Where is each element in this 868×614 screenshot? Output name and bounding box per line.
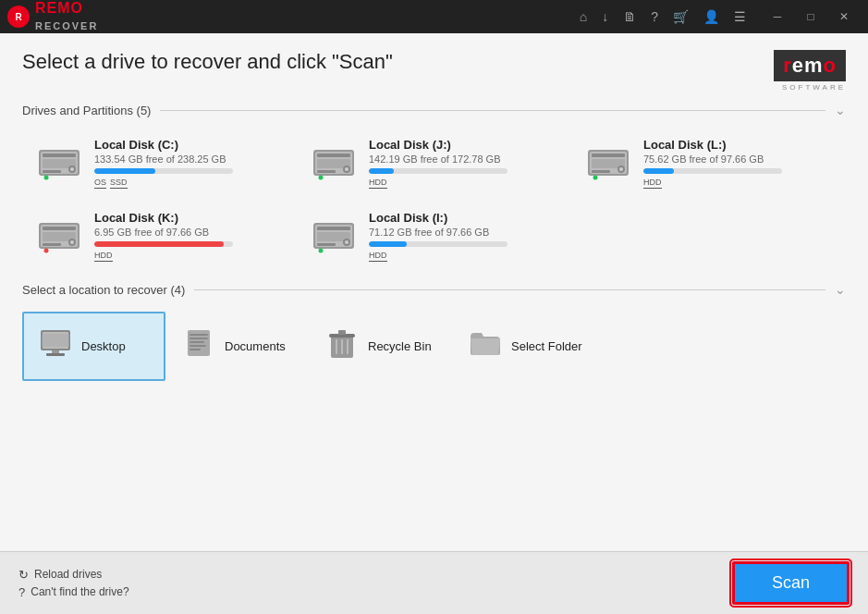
- drive-tag: HDD: [643, 178, 662, 189]
- svg-point-13: [345, 167, 348, 171]
- desktop-icon: [39, 328, 72, 358]
- drive-item[interactable]: Local Disk (L:) 75.62 GB free of 97.66 G…: [571, 127, 846, 200]
- drive-icon: [310, 142, 358, 181]
- drives-section-header: Drives and Partitions (5) ⌄: [0, 103, 868, 127]
- location-item[interactable]: Desktop: [22, 312, 165, 381]
- documents-icon: [182, 328, 215, 358]
- drive-tag: SSD: [110, 178, 128, 189]
- svg-rect-26: [43, 227, 76, 230]
- reload-drives-link[interactable]: ↻ Reload drives: [18, 568, 129, 582]
- location-item[interactable]: Select Folder: [452, 312, 599, 381]
- drive-size: 6.95 GB free of 97.66 GB: [94, 227, 284, 238]
- svg-rect-2: [43, 154, 76, 157]
- location-name: Documents: [225, 339, 286, 353]
- svg-rect-38: [317, 243, 336, 246]
- drive-progress-bar: [369, 241, 507, 247]
- location-item[interactable]: Recycle Bin: [309, 312, 452, 381]
- location-name: Desktop: [81, 339, 126, 353]
- drive-item[interactable]: Local Disk (J:) 142.19 GB free of 172.78…: [297, 127, 571, 200]
- titlebar: R REMO RECOVER ⌂ ↓ 🗎 ? 🛒 👤 ☰ ─ □ ✕: [0, 0, 868, 33]
- svg-rect-22: [592, 170, 610, 173]
- drive-progress-bar: [643, 168, 782, 174]
- drive-name: Local Disk (I:): [369, 211, 558, 225]
- drive-bar-fill: [643, 168, 674, 174]
- drive-bar-fill: [369, 168, 394, 174]
- drive-size: 75.62 GB free of 97.66 GB: [643, 154, 833, 165]
- question-icon: ?: [18, 585, 25, 599]
- drive-progress-bar: [369, 168, 507, 174]
- svg-rect-43: [46, 353, 65, 356]
- close-button[interactable]: ✕: [827, 0, 861, 33]
- drive-bar-fill: [94, 168, 155, 174]
- svg-rect-44: [42, 334, 69, 347]
- location-name: Recycle Bin: [368, 339, 432, 353]
- drive-size: 71.12 GB free of 97.66 GB: [369, 227, 558, 238]
- svg-rect-14: [317, 170, 336, 173]
- drive-icon-wrap: [310, 215, 358, 258]
- drive-item[interactable]: Local Disk (C:) 133.54 GB free of 238.25…: [22, 127, 297, 200]
- svg-rect-46: [189, 334, 208, 336]
- logo-icon: R: [7, 6, 30, 28]
- page-title: Select a drive to recover and click "Sca…: [22, 50, 393, 74]
- home-icon[interactable]: ⌂: [580, 9, 587, 24]
- location-icon-wrap: [39, 328, 72, 364]
- scan-button[interactable]: Scan: [732, 561, 850, 605]
- drive-item[interactable]: Local Disk (I:) 71.12 GB free of 97.66 G…: [297, 200, 571, 273]
- brand-logo: remo SOFTWARE: [774, 50, 846, 92]
- svg-rect-49: [189, 345, 206, 347]
- location-icon-wrap: [469, 329, 502, 363]
- locations-section-chevron[interactable]: ⌄: [835, 282, 846, 297]
- drive-tag: HDD: [369, 178, 387, 189]
- drive-info: Local Disk (J:) 142.19 GB free of 172.78…: [369, 138, 558, 189]
- svg-point-21: [619, 167, 623, 171]
- drive-tags: HDD: [369, 178, 558, 189]
- minimize-button[interactable]: ─: [761, 0, 794, 33]
- titlebar-left: R REMO RECOVER: [7, 0, 98, 33]
- user-icon[interactable]: 👤: [703, 9, 719, 24]
- svg-rect-47: [189, 338, 208, 339]
- drive-icon: [35, 215, 83, 254]
- drive-icon-wrap: [584, 142, 632, 185]
- drive-item[interactable]: Local Disk (K:) 6.95 GB free of 97.66 GB…: [22, 200, 297, 273]
- drives-section-chevron[interactable]: ⌄: [835, 103, 846, 117]
- svg-point-39: [319, 248, 324, 252]
- drive-tags: HDD: [643, 178, 833, 189]
- drive-info: Local Disk (L:) 75.62 GB free of 97.66 G…: [643, 138, 833, 189]
- drive-bar-fill: [94, 241, 224, 247]
- drive-info: Local Disk (I:) 71.12 GB free of 97.66 G…: [369, 211, 558, 262]
- svg-point-5: [70, 167, 74, 171]
- reload-icon: ↻: [18, 568, 29, 582]
- select-folder-icon: [469, 329, 502, 357]
- cant-find-label: Can't find the drive?: [31, 585, 128, 598]
- locations-section-header: Select a location to recover (4) ⌄: [0, 282, 868, 306]
- drive-name: Local Disk (L:): [643, 138, 833, 152]
- location-name: Select Folder: [511, 339, 582, 353]
- help-icon[interactable]: ?: [651, 9, 658, 24]
- drive-icon: [584, 142, 632, 181]
- drive-tag: OS: [94, 178, 106, 189]
- file-icon[interactable]: 🗎: [623, 9, 636, 24]
- cart-icon[interactable]: 🛒: [673, 9, 689, 24]
- header: Select a drive to recover and click "Sca…: [0, 33, 868, 103]
- svg-point-23: [593, 175, 598, 179]
- remo-software-label: SOFTWARE: [782, 81, 846, 92]
- drive-name: Local Disk (J:): [369, 138, 558, 152]
- download-icon[interactable]: ↓: [602, 9, 608, 24]
- menu-icon[interactable]: ☰: [734, 9, 746, 24]
- svg-rect-30: [43, 243, 61, 246]
- drive-bar-fill: [369, 241, 407, 247]
- svg-rect-53: [338, 330, 346, 335]
- cant-find-link[interactable]: ? Can't find the drive?: [18, 585, 129, 599]
- location-item[interactable]: Documents: [165, 312, 309, 381]
- svg-point-15: [319, 175, 324, 179]
- drive-tags: HDD: [94, 251, 284, 262]
- svg-rect-10: [317, 154, 350, 157]
- drive-icon-wrap: [310, 142, 358, 185]
- maximize-button[interactable]: □: [794, 0, 827, 33]
- svg-point-29: [70, 240, 74, 244]
- drive-icon-wrap: [35, 215, 83, 258]
- drive-icon: [35, 142, 83, 181]
- recycle-bin-icon: [325, 326, 359, 360]
- svg-rect-18: [592, 154, 625, 157]
- titlebar-icons: ⌂ ↓ 🗎 ? 🛒 👤 ☰ ─ □ ✕: [580, 0, 861, 33]
